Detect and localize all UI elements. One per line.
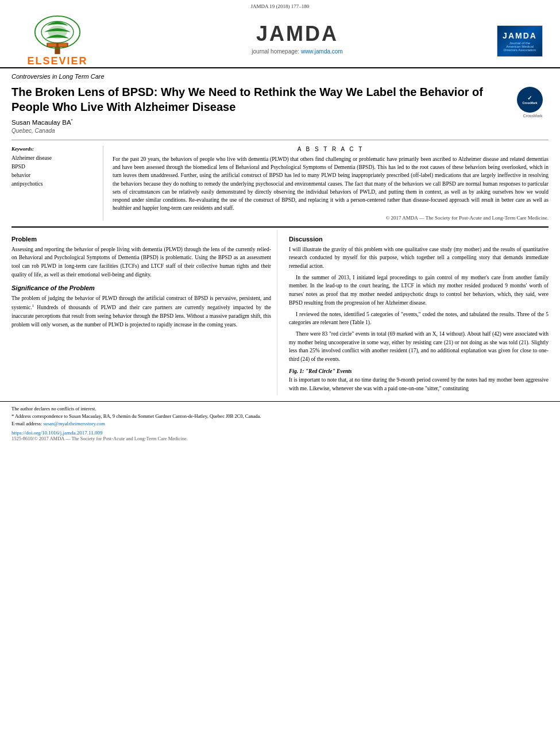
footnote-ref-1: 1 bbox=[32, 303, 34, 308]
issn-line: 1525-8610/© 2017 AMDA — The Society for … bbox=[11, 436, 549, 441]
keyword-3: behavior bbox=[11, 171, 96, 180]
article-title: The Broken Lens of BPSD: Why We Need to … bbox=[11, 84, 511, 114]
journal-title: JAMDA bbox=[103, 22, 491, 46]
discussion-para-5: It is important to note that, at no time… bbox=[289, 376, 549, 393]
keywords-list: Alzheimer disease BPSD behavior antipsyc… bbox=[11, 154, 96, 189]
abstract-heading: A B S T R A C T bbox=[113, 146, 549, 152]
author-name: Susan Macaulay BA bbox=[11, 119, 71, 126]
author-sup: * bbox=[71, 118, 73, 123]
homepage-url[interactable]: www.jamda.com bbox=[301, 48, 343, 55]
keyword-2: BPSD bbox=[11, 163, 96, 171]
problem-paragraph: Assessing and reporting the behavior of … bbox=[11, 245, 271, 279]
section-label: Controversies in Long Term Care bbox=[0, 68, 560, 81]
homepage-label: journal homepage: bbox=[252, 48, 299, 55]
abstract-section: Keywords: Alzheimer disease BPSD behavio… bbox=[0, 143, 560, 224]
no-conflicts-statement: The author declares no conflicts of inte… bbox=[11, 405, 549, 413]
journal-title-block: JAMDA journal homepage: www.jamda.com bbox=[103, 22, 491, 60]
email-label: E-mail address: bbox=[11, 421, 42, 426]
keywords-heading: Keywords: bbox=[11, 146, 96, 152]
fig-caption: Fig. 1: "Red Circle" Events bbox=[289, 368, 549, 374]
svg-rect-5 bbox=[48, 43, 56, 47]
abstract-copyright: © 2017 AMDA — The Society for Post-Acute… bbox=[113, 215, 549, 221]
address-line: * Address correspondence to Susan Macaul… bbox=[11, 413, 549, 420]
page: JAMDA 19 (2018) 177–180 bbox=[0, 0, 560, 750]
elsevier-logo-block: ELSEVIER bbox=[11, 15, 103, 67]
elsevier-logo: ELSEVIER bbox=[11, 15, 103, 67]
doi-link[interactable]: https://doi.org/10.1016/j.jamda.2017.11.… bbox=[11, 430, 103, 436]
significance-text-2: Hundreds of thousands of PLWD and their … bbox=[11, 305, 271, 327]
svg-rect-6 bbox=[59, 43, 67, 47]
journal-citation-bar: JAMDA 19 (2018) 177–180 bbox=[0, 0, 560, 10]
article-authors: Susan Macaulay BA* bbox=[11, 118, 511, 126]
jamda-logo-image: JAMDA Journal of theAmerican MedicalDire… bbox=[497, 25, 543, 57]
email-line: E-mail address: susan@myalzheimersstory.… bbox=[11, 420, 549, 428]
keyword-4: antipsychotics bbox=[11, 180, 96, 189]
elsevier-tree-icon bbox=[29, 15, 86, 55]
article-affiliation: Quebec, Canada bbox=[11, 128, 511, 134]
significance-heading: Significance of the Problem bbox=[11, 284, 271, 291]
article-title-block: The Broken Lens of BPSD: Why We Need to … bbox=[11, 84, 511, 134]
discussion-para-2: In the summer of 2013, I initiated legal… bbox=[289, 274, 549, 307]
discussion-para-4: There were 83 "red circle" events in tot… bbox=[289, 330, 549, 364]
divider-1 bbox=[11, 140, 549, 140]
keyword-1: Alzheimer disease bbox=[11, 154, 96, 163]
left-column: Problem Assessing and reporting the beha… bbox=[11, 230, 277, 396]
abstract-text: For the past 20 years, the behaviors of … bbox=[113, 155, 549, 213]
elsevier-wordmark: ELSEVIER bbox=[27, 55, 87, 67]
body-columns: Problem Assessing and reporting the beha… bbox=[0, 230, 560, 396]
problem-heading: Problem bbox=[11, 236, 271, 243]
journal-citation: JAMDA 19 (2018) 177–180 bbox=[251, 3, 310, 9]
article-header: The Broken Lens of BPSD: Why We Need to … bbox=[0, 81, 560, 137]
discussion-para-3: I reviewed the notes, identified 5 categ… bbox=[289, 310, 549, 327]
crossmark-label: CrossMark bbox=[517, 114, 549, 118]
discussion-text: I will illustrate the gravity of this pr… bbox=[289, 245, 549, 364]
footnote-block: The author declares no conflicts of inte… bbox=[11, 405, 549, 427]
discussion-heading: Discussion bbox=[289, 236, 549, 243]
discussion-para-1: I will illustrate the gravity of this pr… bbox=[289, 245, 549, 271]
footer: The author declares no conflicts of inte… bbox=[0, 401, 560, 441]
jamda-logo-block: JAMDA Journal of theAmerican MedicalDire… bbox=[491, 25, 549, 57]
significance-text: The problem of judging the behavior of P… bbox=[11, 294, 271, 329]
significance-para-1: The problem of judging the behavior of P… bbox=[11, 294, 271, 329]
keywords-column: Keywords: Alzheimer disease BPSD behavio… bbox=[11, 146, 103, 221]
doi-line: https://doi.org/10.1016/j.jamda.2017.11.… bbox=[11, 430, 549, 436]
email-link[interactable]: susan@myalzheimersstory.com bbox=[43, 421, 105, 426]
discussion-text-after-fig: It is important to note that, at no time… bbox=[289, 376, 549, 393]
crossmark-icon: ✓ CrossMark bbox=[517, 87, 543, 113]
crossmark-badge: ✓ CrossMark CrossMark bbox=[517, 87, 549, 118]
journal-header: ELSEVIER JAMDA journal homepage: www.jam… bbox=[0, 10, 560, 68]
divider-2 bbox=[11, 226, 549, 228]
problem-text: Assessing and reporting the behavior of … bbox=[11, 245, 271, 279]
right-column: Discussion I will illustrate the gravity… bbox=[289, 230, 549, 396]
abstract-column: A B S T R A C T For the past 20 years, t… bbox=[113, 146, 549, 221]
journal-homepage-line: journal homepage: www.jamda.com bbox=[103, 48, 491, 55]
